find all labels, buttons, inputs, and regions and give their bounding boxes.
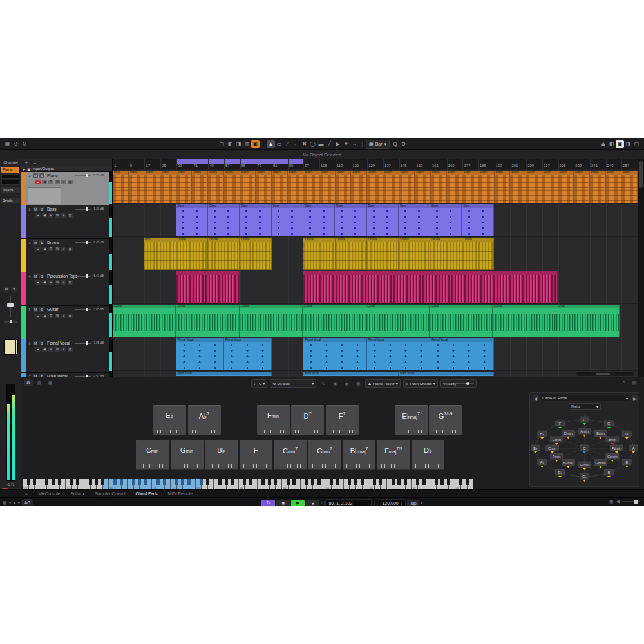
piano-clip[interactable]: Piano [129,171,145,203]
tab-editor[interactable]: Editor ▴ [70,491,84,497]
channel-pan-handle[interactable] [10,320,12,323]
pad-remote-icon[interactable]: ◉ [330,380,339,387]
monitor-button[interactable]: ◀ [42,247,47,251]
piano-key-black[interactable] [89,479,92,485]
tab-midi-remote[interactable]: MIDI Remote [168,491,193,496]
expand-icon[interactable]: ⤢ [618,379,627,386]
bass-clip[interactable]: Bass [208,204,240,236]
keyboard-focus-icon[interactable]: ▦ [3,500,7,506]
piano-key-black[interactable] [27,479,30,485]
track-filter-button[interactable]: ⌄ [32,160,38,166]
record-enable-button[interactable]: ● [35,347,41,352]
piano-clip[interactable]: Piano [510,171,526,203]
track-volume-handle[interactable] [86,241,88,244]
track-solo-button[interactable]: S [39,307,44,312]
read-automation-button[interactable]: R [48,314,53,318]
drums-clip[interactable]: Drums [176,238,208,270]
hub-icon[interactable]: ▦ [3,140,12,148]
piano-key-black[interactable] [58,479,61,485]
chord-pad-Bmaj7[interactable]: B♭maj7 [343,440,375,470]
track-volume-handle[interactable] [86,274,88,278]
piano-clip[interactable]: Piano [542,171,558,203]
tab-chord-pads[interactable]: Chord Pads [135,491,157,496]
piano-key-black[interactable] [317,479,321,485]
track-row-drums[interactable]: 3MSDrums-1.03 dB●◀RWe▤ [21,239,113,272]
piano-key-black[interactable] [404,479,407,485]
piano-key-black[interactable] [231,479,234,485]
piano-clip[interactable]: Piano [208,171,224,203]
window-layout-icon[interactable]: ▢ [632,140,641,148]
drums-clip[interactable]: Drums [399,238,430,270]
piano-clip[interactable]: Piano [160,171,176,203]
drums-clip[interactable]: Drums [336,238,367,270]
piano-key-black[interactable] [287,479,290,485]
assistant-mode-dropdown[interactable]: Circle of Fifths ▾ [540,395,630,401]
next-page-icon[interactable]: ▶ [632,395,638,401]
write-automation-button[interactable]: W [55,247,60,251]
track-volume-slider[interactable] [75,343,91,344]
bass-clip[interactable]: Bass [430,204,462,236]
main-volume-icon[interactable]: ◀ [616,499,620,504]
split-tool[interactable]: ∕ [283,140,292,148]
read-automation-button[interactable]: R [48,213,53,218]
adaptive-voicings-icon[interactable]: ↻ [319,380,328,387]
tap-tempo-button[interactable]: Tap [407,500,419,507]
piano-key-black[interactable] [163,479,166,485]
piano-key-black[interactable] [113,479,117,485]
piano-key-white[interactable] [301,479,307,489]
tab-sampler-control[interactable]: Sampler Control [95,491,125,496]
time-signature-dropdown[interactable]: ▾ [421,500,423,506]
guitar-clip[interactable]: Guitar [240,305,303,337]
setup-window-layout-icon[interactable]: ◫ [218,140,226,148]
chord-pad-F[interactable]: F [240,440,272,470]
piano-clip[interactable]: Piano [606,171,622,203]
track-solo-button[interactable]: S [39,274,44,278]
piano-key-black[interactable] [416,479,419,485]
position-display[interactable]: 80. 1. 2.102 [325,499,372,507]
piano-key-white[interactable] [214,479,220,489]
lower-zone-toggle-icon[interactable]: ▣ [616,140,624,148]
piano-clip[interactable]: Piano [383,171,399,203]
piano-key-black[interactable] [274,479,277,485]
piano-clip[interactable]: Piano [144,171,160,203]
pads-view-icon[interactable]: ▦ [46,379,55,386]
piano-key-black[interactable] [268,479,271,485]
bass-clip[interactable]: Bass [303,204,335,236]
folder-expand-icon[interactable]: ▸ [23,167,25,171]
piano-key-white[interactable]: C7 [412,479,418,489]
piano-key-black[interactable] [52,479,55,485]
record-enable-button[interactable]: ● [35,247,41,251]
guitar-clip[interactable]: Guitar [303,305,366,337]
track-solo-button[interactable]: S [39,207,44,211]
monitor-button[interactable]: ◀ [42,180,47,184]
piano-key-white[interactable]: C1 [152,479,158,489]
piano-key-white[interactable] [387,479,393,489]
range-selection-tool[interactable]: ▭ [275,140,283,148]
drums-clip[interactable]: Drums [303,238,335,270]
piano-key-black[interactable] [243,479,246,485]
grid-type-dropdown[interactable]: ▦ Bar ▾ [366,140,390,149]
freeze-button[interactable]: ▤ [68,213,73,218]
monitor-button[interactable]: ◀ [42,280,47,285]
piano-key-black[interactable] [225,479,228,485]
chord-pad-E[interactable]: E♭ [153,405,186,435]
color-tool[interactable]: ▼ [342,140,350,148]
bass-clip[interactable]: Bass [272,204,303,236]
play-tool[interactable]: ▶ [334,140,342,148]
piano-key-black[interactable] [175,479,178,485]
femal-vocal-clip[interactable]: Femal Vocal [176,338,224,370]
piano-key-white[interactable]: C8 [455,479,462,489]
chord-pad-A7[interactable]: A♭7 [188,405,221,435]
timeline-ruler[interactable]: 1917253341495765738189971051131211291371… [113,159,638,170]
track-mute-button[interactable]: M [33,274,38,278]
piano-key-white[interactable]: C-2 [23,479,29,489]
dropdown-icon[interactable]: ▾ [9,500,12,506]
piano-key-black[interactable] [311,479,314,485]
piano-key-black[interactable] [379,479,382,485]
piano-key-white[interactable]: C2 [196,479,202,489]
piano-clip[interactable]: Piano [192,171,208,203]
piano-key-black[interactable] [95,479,98,485]
record-enable-button[interactable]: ● [35,280,41,285]
bass-clip[interactable]: Bass [176,204,208,236]
track-volume-handle[interactable] [86,341,88,345]
